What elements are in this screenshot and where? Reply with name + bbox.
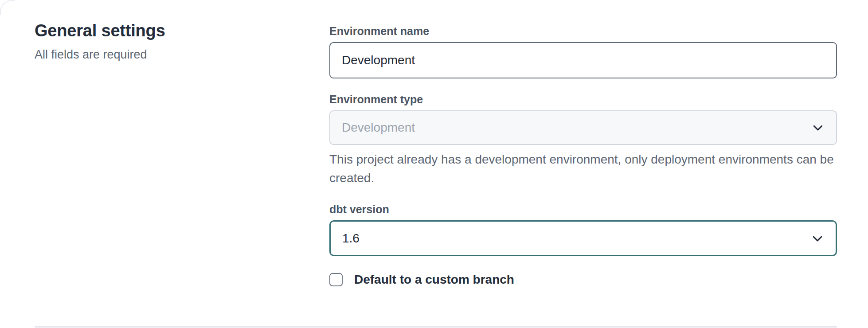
chevron-down-icon [811, 232, 824, 245]
custom-branch-row: Default to a custom branch [329, 273, 837, 287]
custom-branch-checkbox[interactable] [329, 273, 343, 286]
custom-branch-label[interactable]: Default to a custom branch [354, 273, 514, 287]
environment-name-label: Environment name [329, 24, 837, 38]
environment-type-label: Environment type [329, 93, 837, 106]
environment-type-help-text: This project already has a development e… [329, 150, 837, 187]
environment-name-input[interactable] [329, 42, 837, 78]
dbt-version-label: dbt version [329, 203, 837, 216]
page-title: General settings [35, 21, 329, 40]
general-settings-section: General settings All fields are required… [0, 0, 868, 287]
section-divider [35, 326, 837, 328]
page-subtitle: All fields are required [35, 47, 329, 62]
environment-type-value: Development [330, 121, 446, 135]
dbt-version-select[interactable]: 1.6 [329, 220, 837, 256]
dbt-version-value: 1.6 [331, 231, 391, 246]
section-heading: General settings All fields are required [35, 21, 329, 287]
chevron-down-icon [811, 121, 825, 134]
environment-settings-form: Environment name Environment type Develo… [329, 21, 837, 287]
environment-type-select: Development [329, 110, 837, 145]
